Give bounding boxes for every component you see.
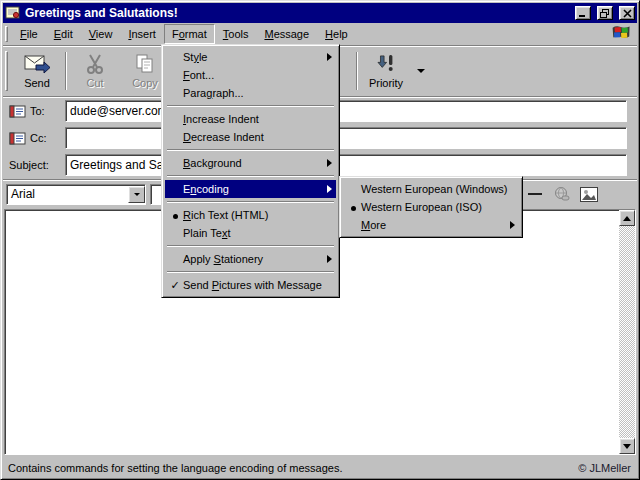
toolbar-separator: [65, 52, 67, 90]
to-input[interactable]: [65, 100, 627, 122]
toolbar-separator: [356, 52, 358, 90]
encoding-submenu: Western European (Windows) Western Europ…: [339, 176, 523, 238]
menu-item-font[interactable]: Font...: [165, 66, 336, 84]
priority-label: Priority: [369, 77, 403, 89]
send-label: Send: [24, 77, 50, 89]
insert-buttons-group: [513, 184, 600, 204]
restore-button[interactable]: [597, 6, 613, 20]
menu-item-send-pictures[interactable]: ✓Send Pictures with Message: [165, 276, 336, 294]
format-menu: Style Font... Paragraph... Increase Inde…: [161, 44, 340, 298]
address-book-icon: [9, 132, 26, 145]
title-bar: Greetings and Salutations!: [3, 3, 637, 23]
cc-input[interactable]: [65, 127, 627, 149]
menu-item-plain-text[interactable]: Plain Text: [165, 224, 336, 242]
scroll-down-button[interactable]: [619, 438, 635, 454]
menu-item-decrease-indent[interactable]: Decrease Indent: [165, 128, 336, 146]
status-text: Contains commands for setting the langua…: [8, 462, 342, 474]
menu-separator: [167, 175, 334, 177]
font-name-combobox[interactable]: Arial: [6, 184, 146, 205]
menu-view[interactable]: View: [81, 24, 121, 44]
priority-arrow-exclamation-icon: [374, 53, 398, 75]
credit-text: © JLMeller: [578, 462, 631, 474]
font-name-value: Arial: [11, 187, 35, 201]
copy-pages-icon: [134, 53, 156, 75]
radio-bullet-icon: [351, 206, 356, 211]
address-book-icon: [9, 105, 26, 118]
submenu-arrow-icon: [327, 185, 332, 193]
menu-tools[interactable]: Tools: [215, 24, 257, 44]
menu-file[interactable]: File: [12, 24, 46, 44]
menu-separator: [167, 201, 334, 203]
subject-label: Subject:: [9, 159, 49, 171]
to-label: To:: [30, 105, 45, 117]
menu-separator: [167, 271, 334, 273]
submenu-arrow-icon: [327, 159, 332, 167]
cut-button[interactable]: Cut: [70, 48, 120, 94]
menu-item-western-european-windows[interactable]: Western European (Windows): [343, 180, 519, 198]
priority-dropdown-arrow[interactable]: [417, 69, 425, 73]
menu-item-background[interactable]: Background: [165, 154, 336, 172]
menu-item-apply-stationery[interactable]: Apply Stationery: [165, 250, 336, 268]
chevron-down-icon: [134, 193, 140, 196]
close-button[interactable]: [619, 6, 635, 20]
windows-logo-icon: [611, 23, 633, 45]
menu-separator: [167, 105, 334, 107]
menu-separator: [167, 245, 334, 247]
submenu-arrow-icon: [510, 221, 515, 229]
arrow-up-icon: [623, 216, 631, 221]
insert-horizontal-line-button[interactable]: [524, 184, 546, 204]
menu-item-encoding[interactable]: Encoding: [165, 180, 336, 198]
to-button[interactable]: To:: [9, 105, 65, 118]
toolbar-grip[interactable]: [5, 51, 8, 91]
horizontal-line-icon: [528, 192, 542, 196]
minimize-icon: [578, 9, 588, 18]
menu-bar: File Edit View Insert Format Tools Messa…: [3, 23, 637, 46]
checkmark-icon: ✓: [167, 279, 183, 292]
create-hyperlink-button[interactable]: [551, 184, 573, 204]
scissors-icon: [84, 53, 106, 75]
toolbar-grip[interactable]: [5, 26, 8, 42]
menu-item-rich-text[interactable]: Rich Text (HTML): [165, 206, 336, 224]
send-button[interactable]: Send: [12, 48, 62, 94]
insert-picture-button[interactable]: [578, 184, 600, 204]
letter-seal-icon: [5, 5, 21, 22]
subject-input[interactable]: [65, 154, 627, 176]
send-envelope-icon: [23, 53, 51, 75]
cut-label: Cut: [86, 77, 103, 89]
picture-icon: [580, 187, 598, 202]
submenu-arrow-icon: [327, 53, 332, 61]
radio-bullet-icon: [173, 214, 178, 219]
cc-label: Cc:: [30, 132, 47, 144]
menu-item-western-european-iso[interactable]: Western European (ISO): [343, 198, 519, 216]
priority-button[interactable]: Priority: [361, 48, 411, 94]
menu-item-more[interactable]: More: [343, 216, 519, 234]
restore-icon: [600, 9, 610, 18]
menu-insert[interactable]: Insert: [120, 24, 164, 44]
hyperlink-globe-icon: [553, 186, 571, 202]
vertical-scrollbar[interactable]: [619, 210, 635, 454]
window-title: Greetings and Salutations!: [25, 6, 569, 20]
scroll-up-button[interactable]: [619, 210, 635, 226]
submenu-arrow-icon: [327, 255, 332, 263]
menu-format[interactable]: Format: [164, 24, 215, 44]
copy-label: Copy: [132, 77, 158, 89]
menu-item-increase-indent[interactable]: Increase Indent: [165, 110, 336, 128]
status-bar: Contains commands for setting the langua…: [3, 456, 637, 477]
arrow-down-icon: [623, 444, 631, 449]
font-combo-dropdown-button[interactable]: [128, 186, 145, 203]
menu-edit[interactable]: Edit: [46, 24, 81, 44]
menu-item-paragraph[interactable]: Paragraph...: [165, 84, 336, 102]
menu-help[interactable]: Help: [317, 24, 356, 44]
menu-separator: [167, 149, 334, 151]
close-icon: [623, 9, 632, 18]
menu-message[interactable]: Message: [256, 24, 317, 44]
menu-item-style[interactable]: Style: [165, 48, 336, 66]
minimize-button[interactable]: [575, 6, 591, 20]
cc-button[interactable]: Cc:: [9, 132, 65, 145]
